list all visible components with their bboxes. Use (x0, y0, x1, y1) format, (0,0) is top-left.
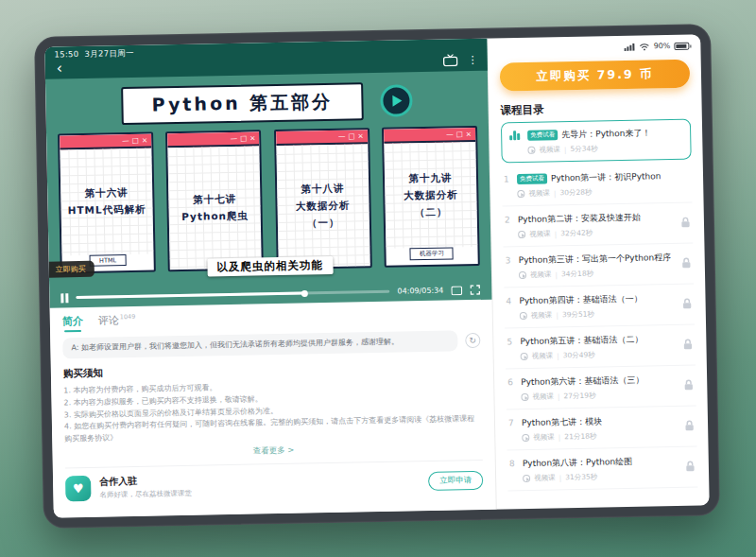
refresh-icon[interactable]: ↻ (465, 333, 480, 348)
lesson-duration: 30分28秒 (559, 188, 592, 199)
lesson-number: 5 (507, 336, 520, 346)
wifi-icon (640, 43, 650, 50)
lesson-number: 2 (505, 214, 518, 224)
more-options-icon[interactable]: ⋮ (468, 54, 478, 66)
lesson-title: Python第三讲：写出第一个Python程序 (519, 252, 672, 267)
lesson-number: 3 (506, 254, 519, 265)
tab-intro[interactable]: 简介 (62, 314, 83, 332)
lock-icon (680, 217, 691, 229)
back-button[interactable]: ‹ (55, 62, 65, 74)
catalog-title: 课程目录 (501, 100, 691, 118)
lesson-duration: 39分51秒 (562, 310, 594, 321)
lesson-title: 先导片：Python来了！ (561, 127, 650, 141)
apply-button[interactable]: 立即申请 (428, 471, 483, 491)
lesson-number: 1 (504, 173, 517, 183)
close-icon: × (142, 136, 147, 144)
lesson-title: Python第六讲：基础语法（三） (521, 374, 644, 389)
video-title-row: Python 第五部分 (45, 71, 489, 132)
lesson-duration: 34分18秒 (561, 270, 593, 280)
pause-button[interactable] (60, 293, 68, 303)
lesson-card-tag: HTML (90, 254, 126, 267)
battery-percent: 90% (654, 42, 671, 50)
lesson-duration: 27分19秒 (563, 392, 595, 402)
lesson-duration: 5分34秒 (570, 144, 598, 154)
lesson-row[interactable]: 8 Python第八讲：Python绘图 视频课 | 31分35秒 (507, 447, 698, 492)
close-icon: × (466, 131, 472, 138)
minimize-icon: — (231, 135, 238, 143)
tv-cast-icon[interactable] (443, 54, 458, 66)
desktop-background: 15:50 3月27日周一 ‹ ⋮ (0, 0, 756, 557)
lesson-title: Python第八讲：Python绘图 (523, 456, 633, 470)
cast-icon[interactable] (451, 286, 462, 295)
lesson-type: 视频课 (529, 229, 551, 238)
progress-knob[interactable] (301, 289, 308, 296)
signal-icon (625, 43, 636, 50)
lesson-card: — □ × 第十六讲 HTML代码解析 HTML (58, 132, 156, 274)
qa-notice-text: A: 如老师设置用户群，我们将邀您加入，但我们无法承诺所有老师均提供用户群服务，… (62, 330, 457, 358)
video-subtitle: 以及爬虫的相关功能 (207, 256, 333, 277)
partner-title: 合作入驻 (99, 474, 192, 489)
video-player[interactable]: 15:50 3月27日周一 ‹ ⋮ (44, 39, 491, 308)
lesson-number: 7 (508, 417, 522, 427)
status-icons: 90% (499, 39, 689, 57)
course-catalog-sidebar: 90% 立即购买 79.9 币 课程目录 免费试看 先导片：Python来了！ (487, 34, 710, 509)
left-panel: 15:50 3月27日周一 ‹ ⋮ (44, 39, 495, 518)
lock-icon (681, 257, 692, 270)
lesson-type: 视频课 (534, 473, 556, 482)
maximize-icon: □ (240, 134, 247, 142)
lesson-title: Python第二讲：安装及快速开始 (518, 212, 641, 226)
lesson-duration: 32分42秒 (560, 229, 593, 239)
play-circle-icon (521, 393, 528, 401)
lesson-type: 视频课 (532, 392, 554, 401)
lesson-type: 视频课 (539, 145, 560, 154)
lesson-card-text: 第十六讲 HTML代码解析 (60, 148, 153, 256)
player-controls: 04:09/05:34 (49, 285, 491, 304)
play-circle-icon (520, 312, 527, 320)
video-progress-bar[interactable] (76, 290, 390, 299)
lesson-row[interactable]: 1 免费试看 Python第一讲：初识Python 视频课 | 30分28秒 (502, 163, 693, 207)
lock-icon (681, 298, 692, 310)
lesson-row[interactable]: 3 Python第三讲：写出第一个Python程序 视频课 | 34分18秒 (503, 244, 694, 288)
lesson-number: 4 (506, 295, 519, 305)
tablet-device: 15:50 3月27日周一 ‹ ⋮ (34, 24, 720, 529)
close-icon: × (249, 134, 255, 142)
now-playing-icon (509, 131, 523, 140)
minimize-icon: — (122, 137, 129, 145)
lesson-row-active[interactable]: 免费试看 先导片：Python来了！ 视频课 | 5分34秒 (501, 119, 692, 164)
comments-count: 1049 (120, 313, 136, 321)
lesson-row[interactable]: 7 Python第七讲：模块 视频课 | 21分18秒 (507, 407, 697, 451)
play-button[interactable] (380, 84, 413, 117)
tab-comments[interactable]: 评论1049 (98, 313, 136, 328)
lesson-card-tag: 机器学习 (410, 247, 454, 260)
app-screen: 15:50 3月27日周一 ‹ ⋮ (44, 34, 709, 517)
maximize-icon: □ (456, 131, 463, 138)
lesson-card-text: 第十九讲 大数据分析 （二） (384, 142, 477, 249)
lesson-card: — □ × 第十九讲 大数据分析 （二） 机器学习 (382, 126, 480, 268)
lesson-title: Python第四讲：基础语法（一） (519, 293, 642, 307)
lesson-duration: 31分35秒 (565, 473, 597, 483)
fullscreen-icon[interactable] (470, 285, 480, 295)
minimize-icon: — (338, 132, 346, 140)
lesson-row[interactable]: 5 Python第五讲：基础语法（二） 视频课 | 30分49秒 (505, 325, 696, 370)
status-time: 15:50 (54, 49, 78, 59)
buy-now-chip[interactable]: 立即购买 (49, 261, 94, 278)
lesson-row[interactable]: 6 Python第六讲：基础语法（三） 视频课 | 27分19秒 (506, 366, 696, 410)
lock-icon (684, 420, 695, 432)
free-trial-badge: 免费试看 (517, 174, 547, 184)
lesson-title: Python第一讲：初识Python (551, 170, 662, 184)
play-circle-icon (519, 271, 526, 279)
lock-icon (683, 379, 694, 392)
buy-course-button[interactable]: 立即购买 79.9 币 (500, 60, 691, 92)
lesson-row[interactable]: 4 Python第四讲：基础语法（一） 视频课 | 39分51秒 (504, 285, 695, 329)
close-icon: × (357, 132, 363, 140)
lesson-duration: 30分49秒 (563, 351, 595, 361)
lesson-type: 视频课 (528, 188, 550, 198)
minimize-icon: — (446, 131, 454, 138)
purchase-notice-title: 购买须知 (63, 359, 481, 380)
partner-section: ♥ 合作入驻 名师好课，尽在荔枝微课课堂 立即申请 (65, 460, 484, 501)
heart-hands-icon: ♥ (65, 476, 92, 502)
play-circle-icon (523, 475, 530, 482)
lesson-row[interactable]: 2 Python第二讲：安装及快速开始 视频课 | 32分42秒 (503, 203, 694, 248)
lesson-card-text: 第十七讲 Python爬虫 (168, 146, 262, 270)
lesson-title: Python第五讲：基础语法（二） (520, 334, 643, 348)
